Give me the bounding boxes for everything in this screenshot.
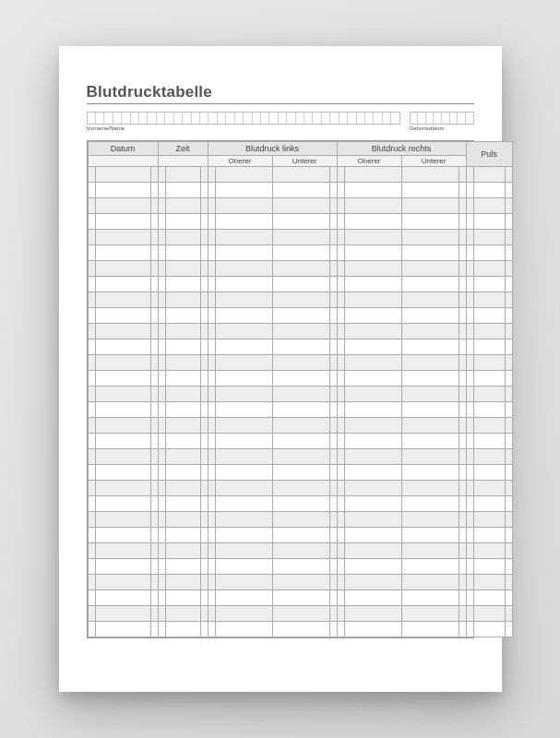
table-cell[interactable] [505, 371, 512, 387]
table-cell[interactable] [459, 434, 466, 449]
table-cell[interactable] [165, 575, 200, 590]
table-cell[interactable] [165, 528, 200, 543]
table-cell[interactable] [337, 449, 344, 465]
table-cell[interactable] [95, 543, 150, 559]
table-cell[interactable] [158, 465, 165, 481]
table-cell[interactable] [466, 245, 473, 261]
table-cell[interactable] [473, 277, 505, 292]
table-cell[interactable] [158, 371, 165, 387]
table-cell[interactable] [215, 496, 272, 512]
table-cell[interactable] [158, 339, 165, 355]
table-cell[interactable] [272, 167, 329, 183]
table-cell[interactable] [272, 308, 329, 324]
table-cell[interactable] [215, 575, 272, 590]
table-cell[interactable] [95, 575, 150, 590]
table-cell[interactable] [505, 183, 512, 198]
table-cell[interactable] [329, 308, 337, 324]
table-cell[interactable] [473, 355, 505, 371]
table-cell[interactable] [401, 528, 459, 543]
table-cell[interactable] [88, 292, 95, 308]
table-cell[interactable] [150, 575, 158, 590]
table-row[interactable] [88, 214, 512, 230]
table-cell[interactable] [165, 277, 200, 292]
table-cell[interactable] [466, 261, 473, 277]
table-cell[interactable] [150, 496, 158, 512]
table-cell[interactable] [459, 606, 466, 622]
table-cell[interactable] [215, 230, 272, 245]
table-cell[interactable] [344, 355, 401, 371]
table-cell[interactable] [401, 387, 459, 402]
table-cell[interactable] [150, 245, 158, 261]
table-cell[interactable] [158, 198, 165, 214]
table-cell[interactable] [150, 261, 158, 277]
table-cell[interactable] [200, 261, 208, 277]
table-cell[interactable] [165, 261, 200, 277]
table-cell[interactable] [150, 277, 158, 292]
table-cell[interactable] [401, 465, 459, 481]
table-cell[interactable] [158, 183, 165, 198]
table-cell[interactable] [473, 183, 505, 198]
table-cell[interactable] [344, 277, 401, 292]
table-cell[interactable] [329, 543, 337, 559]
table-cell[interactable] [473, 449, 505, 465]
table-cell[interactable] [401, 277, 459, 292]
table-cell[interactable] [337, 606, 344, 622]
table-cell[interactable] [208, 402, 215, 418]
table-cell[interactable] [95, 496, 150, 512]
table-cell[interactable] [88, 339, 95, 355]
table-cell[interactable] [200, 559, 208, 575]
table-cell[interactable] [158, 167, 165, 183]
table-cell[interactable] [208, 214, 215, 230]
table-cell[interactable] [401, 449, 459, 465]
table-cell[interactable] [401, 167, 459, 183]
table-cell[interactable] [272, 481, 329, 496]
table-cell[interactable] [165, 245, 200, 261]
table-cell[interactable] [215, 167, 272, 183]
table-cell[interactable] [337, 465, 344, 481]
table-cell[interactable] [158, 418, 165, 434]
table-cell[interactable] [88, 622, 95, 637]
table-cell[interactable] [272, 528, 329, 543]
table-cell[interactable] [158, 590, 165, 606]
table-row[interactable] [88, 277, 512, 292]
table-cell[interactable] [150, 606, 158, 622]
table-cell[interactable] [200, 606, 208, 622]
table-cell[interactable] [208, 496, 215, 512]
table-row[interactable] [88, 198, 512, 214]
table-cell[interactable] [200, 496, 208, 512]
table-cell[interactable] [88, 449, 95, 465]
table-cell[interactable] [150, 512, 158, 528]
table-cell[interactable] [505, 230, 512, 245]
table-cell[interactable] [208, 606, 215, 622]
table-cell[interactable] [95, 261, 150, 277]
table-cell[interactable] [165, 590, 200, 606]
table-cell[interactable] [165, 371, 200, 387]
table-cell[interactable] [88, 245, 95, 261]
table-cell[interactable] [337, 559, 344, 575]
table-cell[interactable] [505, 292, 512, 308]
table-row[interactable] [88, 512, 512, 528]
table-cell[interactable] [401, 261, 459, 277]
table-cell[interactable] [344, 434, 401, 449]
table-cell[interactable] [505, 543, 512, 559]
table-row[interactable] [88, 559, 512, 575]
table-cell[interactable] [150, 559, 158, 575]
table-cell[interactable] [158, 481, 165, 496]
table-cell[interactable] [401, 559, 459, 575]
table-cell[interactable] [459, 481, 466, 496]
table-cell[interactable] [165, 559, 200, 575]
table-cell[interactable] [401, 575, 459, 590]
table-cell[interactable] [165, 292, 200, 308]
table-cell[interactable] [459, 277, 466, 292]
table-cell[interactable] [158, 308, 165, 324]
table-cell[interactable] [200, 371, 208, 387]
table-cell[interactable] [329, 230, 337, 245]
table-cell[interactable] [505, 559, 512, 575]
table-cell[interactable] [505, 418, 512, 434]
table-cell[interactable] [208, 590, 215, 606]
table-row[interactable] [88, 371, 512, 387]
table-cell[interactable] [337, 402, 344, 418]
table-cell[interactable] [158, 543, 165, 559]
table-cell[interactable] [401, 512, 459, 528]
table-cell[interactable] [337, 277, 344, 292]
